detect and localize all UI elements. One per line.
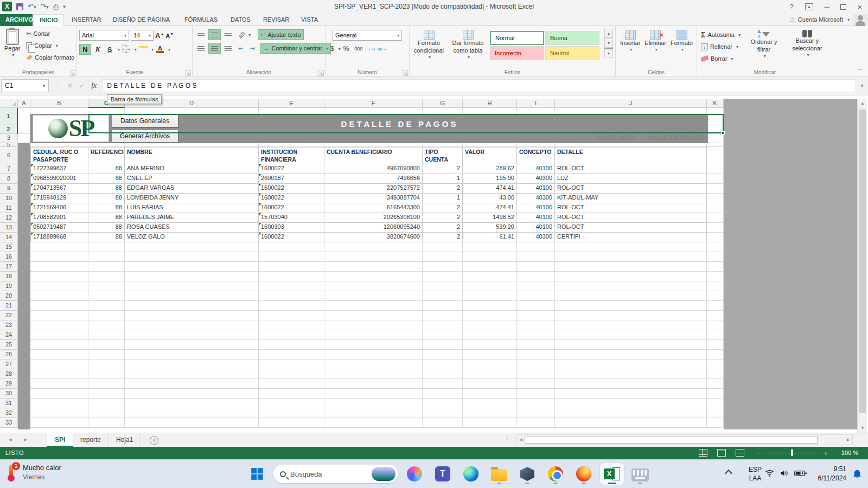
zoom-slider-thumb[interactable] <box>791 450 793 456</box>
column-header-G[interactable]: G <box>423 99 463 108</box>
align-top-icon[interactable] <box>195 29 207 40</box>
bell-icon[interactable] <box>852 469 863 480</box>
table-cell[interactable]: 88 <box>88 164 125 174</box>
row-header-8[interactable]: 8 <box>0 174 18 184</box>
table-cell[interactable]: EDGAR VARGAS <box>125 184 259 194</box>
table-cell[interactable]: 1722399837 <box>30 164 88 174</box>
insert-function-icon[interactable]: fx <box>91 81 97 90</box>
align-middle-icon[interactable] <box>208 29 221 40</box>
table-cell[interactable]: CERTIFI <box>555 233 707 242</box>
table-cell[interactable]: VELOZ GALO <box>125 233 259 242</box>
table-cell[interactable]: 4967090800 <box>324 164 423 174</box>
copy-button[interactable]: Copiar▾ <box>24 40 76 52</box>
table-cell[interactable]: ROL-OCT <box>555 203 707 213</box>
speaker-icon[interactable] <box>780 469 789 477</box>
style-normal[interactable]: Normal <box>490 31 544 45</box>
comma-format-icon[interactable]: 000 <box>352 46 365 52</box>
row-header-3[interactable]: 3 <box>0 134 18 143</box>
row-header-30[interactable]: 30 <box>0 389 18 399</box>
table-cell[interactable]: 40100 <box>517 223 555 233</box>
column-header-A[interactable]: A <box>18 99 30 108</box>
table-cell[interactable]: 1600022 <box>259 203 324 213</box>
row-header-21[interactable]: 21 <box>0 301 18 311</box>
select-all-corner[interactable] <box>0 99 18 108</box>
table-cell[interactable]: 1715948129 <box>30 194 88 203</box>
row-header-9[interactable]: 9 <box>0 184 18 194</box>
align-center-icon[interactable] <box>208 43 221 54</box>
style-neutral[interactable]: Neutral <box>545 46 599 60</box>
table-cell[interactable]: 195.90 <box>463 174 517 184</box>
wrap-text-button[interactable]: ↩Ajustar texto <box>258 29 303 40</box>
table-cell[interactable]: 88 <box>88 233 125 242</box>
table-cell[interactable]: 2207527572 <box>324 184 423 194</box>
table-header-cell[interactable]: CEDULA, RUC O PASAPORTE <box>30 147 88 164</box>
table-cell[interactable]: 40300 <box>517 174 555 184</box>
table-cell[interactable]: 2 <box>423 213 463 223</box>
sheet-tab-hoja1[interactable]: Hoja1 <box>108 433 141 447</box>
row-header-19[interactable]: 19 <box>0 281 18 291</box>
table-cell[interactable]: 12060095240 <box>324 223 423 233</box>
insert-cells-button[interactable]: ← Insertar▾ <box>618 29 642 54</box>
row-header-1[interactable]: 1 <box>0 108 18 125</box>
tab-diseno[interactable]: DISEÑO DE PÁGINA <box>107 14 175 26</box>
sheet-nav-left-icon[interactable]: ◄ <box>8 436 13 442</box>
horizontal-scrollbar[interactable]: ◄ ► <box>516 434 853 445</box>
table-cell[interactable]: 3820674600 <box>324 233 423 242</box>
clear-button[interactable]: Borrar▾ <box>699 53 742 65</box>
column-header-F[interactable]: F <box>324 99 423 108</box>
row-header-13[interactable]: 13 <box>0 223 18 233</box>
help-icon[interactable]: ? <box>787 3 796 11</box>
table-cell[interactable]: 40100 <box>517 203 555 213</box>
table-cell[interactable]: 43.00 <box>463 194 517 203</box>
row-header-18[interactable]: 18 <box>0 272 18 281</box>
row-header-15[interactable]: 15 <box>0 242 18 252</box>
merge-center-button[interactable]: ↔Combinar y centrar▾ <box>260 43 331 54</box>
shrink-font-icon[interactable]: A▼ <box>165 32 174 39</box>
sheet-grid[interactable]: ▲ ▼ ABCDEFGHIJK1235678910111213141516171… <box>0 95 868 433</box>
row-header-10[interactable]: 10 <box>0 194 18 203</box>
row-header-32[interactable]: 32 <box>0 408 18 418</box>
tab-formulas[interactable]: FÓRMULAS <box>179 14 223 26</box>
scroll-left-icon[interactable]: ◄ <box>519 437 524 442</box>
borders-icon[interactable] <box>121 44 132 55</box>
fill-button[interactable]: ↓Rellenar▾ <box>699 41 742 53</box>
close-icon[interactable]: × <box>855 2 865 11</box>
touch-keyboard-button[interactable] <box>628 463 652 485</box>
table-header-cell[interactable]: VALOR <box>463 147 517 164</box>
table-cell[interactable]: 2 <box>423 223 463 233</box>
tab-archivo[interactable]: ARCHIVO <box>0 14 33 26</box>
table-cell[interactable]: 289.62 <box>463 164 517 174</box>
row-header-31[interactable]: 31 <box>0 399 18 408</box>
weather-widget[interactable]: 1 Mucho calor Viernes <box>4 464 61 483</box>
currency-format-icon[interactable]: $ <box>328 45 337 53</box>
table-cell[interactable]: 539.20 <box>463 223 517 233</box>
table-header-cell[interactable]: NOMBRE <box>125 147 259 164</box>
fill-color-icon[interactable] <box>138 44 149 55</box>
confirm-entry-icon[interactable]: ✓ <box>79 82 85 89</box>
table-header-cell[interactable]: INSTITUCION FINANCIERA <box>259 147 324 164</box>
decrease-indent-icon[interactable]: ⇤ <box>235 43 246 54</box>
delete-cells-button[interactable]: × Eliminar▾ <box>642 29 668 54</box>
table-cell[interactable]: 2 <box>423 164 463 174</box>
page-layout-view-icon[interactable] <box>717 449 726 457</box>
name-box[interactable]: C1▾ <box>1 79 49 92</box>
align-left-icon[interactable] <box>195 43 207 54</box>
table-cell[interactable]: 40300 <box>517 233 555 242</box>
table-cell[interactable]: 7496656 <box>324 174 423 184</box>
table-cell[interactable]: 1600022 <box>259 233 324 242</box>
table-header-cell[interactable]: REFERENCIA <box>88 147 125 164</box>
styles-scroll-up-icon[interactable]: ▲ <box>604 29 613 38</box>
edge-button[interactable] <box>459 463 483 485</box>
table-cell[interactable]: 40300 <box>517 194 555 203</box>
virtualbox-button[interactable] <box>515 463 539 485</box>
italic-button[interactable]: K <box>92 44 103 55</box>
table-cell[interactable]: 1600022 <box>259 194 324 203</box>
bold-button[interactable]: N <box>79 44 91 55</box>
sheet-tab-reporte[interactable]: reporte <box>73 433 109 447</box>
column-header-H[interactable]: H <box>463 99 517 108</box>
table-header-cell[interactable]: CONCEPTO <box>517 147 555 164</box>
avatar[interactable] <box>853 14 868 26</box>
row-header-24[interactable]: 24 <box>0 330 18 340</box>
ribbon-options-icon[interactable]: ▲ <box>805 3 813 10</box>
table-cell[interactable]: ANA MERINO <box>125 164 259 174</box>
